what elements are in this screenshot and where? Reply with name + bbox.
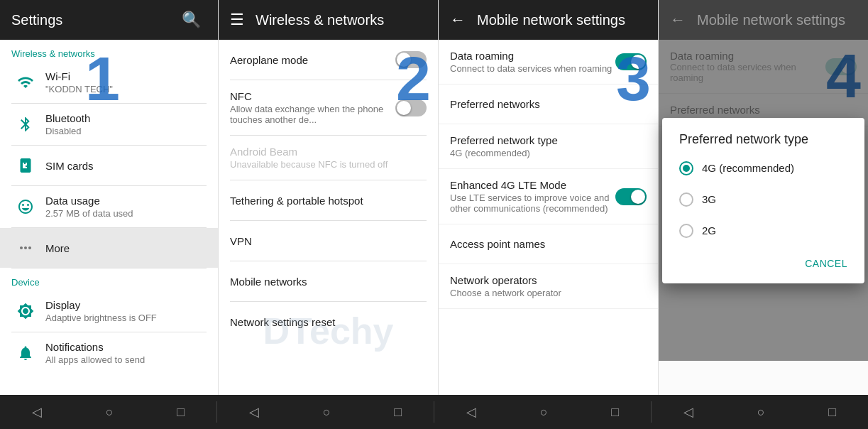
wifi-item[interactable]: Wi-Fi "KODDN TECH": [0, 62, 218, 103]
network-reset-title: Network settings reset: [230, 316, 427, 328]
notifications-text: Notifications All apps allowed to send: [45, 341, 207, 365]
aeroplane-toggle[interactable]: [395, 51, 427, 68]
tethering-item[interactable]: Tethering & portable hotspot: [219, 180, 438, 220]
mobile-network-topbar: ← Mobile network settings: [439, 0, 658, 40]
aeroplane-item[interactable]: Aeroplane mode: [219, 40, 438, 80]
recent-nav-btn-3[interactable]: □: [600, 399, 630, 425]
wifi-title: Wi-Fi: [45, 70, 207, 82]
preferred-networks-title: Preferred networks: [450, 98, 647, 110]
dialog-actions: CANCEL: [662, 246, 864, 283]
bluetooth-title: Bluetooth: [45, 112, 207, 124]
preferred-network-type-text: Preferred network type 4G (recommended): [450, 134, 647, 158]
vpn-item[interactable]: VPN: [219, 221, 438, 261]
nfc-text: NFC Allow data exchange when the phone t…: [230, 90, 395, 125]
cancel-button[interactable]: CANCEL: [796, 252, 856, 275]
radio-4g[interactable]: [679, 161, 693, 175]
enhanced-lte-item[interactable]: Enhanced 4G LTE Mode Use LTE services to…: [439, 169, 658, 224]
back-nav-btn-2[interactable]: ◁: [238, 398, 270, 425]
notifications-icon: [11, 344, 40, 362]
more-text: More: [45, 242, 207, 254]
access-point-item[interactable]: Access point names: [439, 224, 658, 264]
wifi-icon: [11, 74, 40, 91]
dialog-option-3g-label: 3G: [702, 193, 716, 205]
network-operators-item[interactable]: Network operators Choose a network opera…: [439, 264, 658, 309]
wireless-topbar: ☰ Wireless & networks: [219, 0, 438, 40]
recent-nav-btn-4[interactable]: □: [817, 399, 847, 425]
nfc-toggle[interactable]: [395, 99, 427, 116]
data-usage-item[interactable]: Data usage 2.57 MB of data used: [0, 186, 218, 227]
dialog-option-3g[interactable]: 3G: [662, 184, 864, 215]
network-reset-item[interactable]: Network settings reset: [219, 302, 438, 342]
back-icon-p3[interactable]: ←: [450, 11, 466, 29]
android-beam-subtitle: Unavailable because NFC is turned off: [230, 159, 427, 170]
sim-text: SIM cards: [45, 160, 207, 172]
notifications-item[interactable]: Notifications All apps allowed to send: [0, 332, 218, 374]
sim-title: SIM cards: [45, 160, 207, 172]
tethering-title: Tethering & portable hotspot: [230, 195, 427, 207]
access-point-text: Access point names: [450, 238, 647, 250]
menu-icon[interactable]: ☰: [230, 11, 244, 29]
bluetooth-subtitle: Disabled: [45, 126, 207, 136]
dialog-option-4g[interactable]: 4G (recommended): [662, 153, 864, 184]
preferred-networks-item[interactable]: Preferred networks: [439, 85, 658, 124]
radio-3g[interactable]: [679, 192, 693, 207]
recent-nav-btn-2[interactable]: □: [383, 399, 413, 425]
mobile-networks-title: Mobile networks: [230, 276, 427, 288]
dialog-option-4g-label: 4G (recommended): [702, 162, 794, 174]
radio-2g[interactable]: [679, 224, 693, 238]
dialog-title: Preferred network type: [662, 118, 864, 153]
vpn-title: VPN: [230, 235, 427, 247]
home-nav-btn-3[interactable]: ○: [529, 399, 559, 425]
home-nav-btn-4[interactable]: ○: [746, 399, 776, 425]
back-icon-p4: ←: [670, 11, 686, 29]
display-item[interactable]: Display Adaptive brightness is OFF: [0, 290, 218, 332]
notifications-subtitle: All apps allowed to send: [45, 354, 207, 365]
enhanced-lte-title: Enhanced 4G LTE Mode: [450, 179, 615, 191]
data-roaming-toggle[interactable]: [615, 53, 647, 70]
mobile-networks-item[interactable]: Mobile networks: [219, 261, 438, 301]
data-roaming-text: Data roaming Connect to data services wh…: [450, 50, 615, 74]
nav-section-1: ◁ ○ □: [0, 398, 216, 425]
settings-title: Settings: [11, 12, 182, 28]
bluetooth-item[interactable]: Bluetooth Disabled: [0, 104, 218, 145]
recent-nav-btn-1[interactable]: □: [165, 399, 196, 425]
bluetooth-icon: [11, 116, 40, 133]
nav-section-4: ◁ ○ □: [652, 398, 868, 425]
android-beam-item: Android Beam Unavailable because NFC is …: [219, 136, 438, 180]
wireless-title: Wireless & networks: [256, 12, 427, 28]
home-nav-btn-1[interactable]: ○: [94, 399, 125, 425]
tethering-text: Tethering & portable hotspot: [230, 195, 427, 207]
back-nav-btn-3[interactable]: ◁: [455, 398, 488, 425]
vpn-text: VPN: [230, 235, 427, 247]
data-usage-icon: [11, 198, 40, 215]
back-nav-btn-4[interactable]: ◁: [672, 398, 705, 425]
preferred-network-type-title: Preferred network type: [450, 134, 647, 146]
dialog-overlay: Preferred network type 4G (recommended) …: [659, 40, 868, 361]
radio-4g-inner: [683, 165, 690, 172]
home-nav-btn-2[interactable]: ○: [312, 399, 342, 425]
preferred-network-type-item[interactable]: Preferred network type 4G (recommended): [439, 124, 658, 169]
data-roaming-item[interactable]: Data roaming Connect to data services wh…: [439, 40, 658, 85]
enhanced-lte-subtitle: Use LTE services to improve voice and ot…: [450, 192, 615, 214]
sim-item[interactable]: SIM cards: [0, 146, 218, 185]
data-usage-text: Data usage 2.57 MB of data used: [45, 195, 207, 219]
wifi-text: Wi-Fi "KODDN TECH": [45, 70, 207, 94]
sim-icon: [11, 157, 40, 174]
preferred-network-type-dialog: Preferred network type 4G (recommended) …: [662, 118, 864, 283]
nfc-title: NFC: [230, 90, 395, 102]
nfc-item[interactable]: NFC Allow data exchange when the phone t…: [219, 80, 438, 135]
dialog-option-2g[interactable]: 2G: [662, 215, 864, 246]
data-usage-subtitle: 2.57 MB of data used: [45, 208, 207, 219]
network-operators-title: Network operators: [450, 274, 647, 286]
aeroplane-text: Aeroplane mode: [230, 54, 395, 66]
access-point-title: Access point names: [450, 238, 647, 250]
back-nav-btn-1[interactable]: ◁: [21, 398, 53, 425]
bottom-nav: ◁ ○ □ ◁ ○ □ ◁ ○ □ ◁ ○ □: [0, 395, 868, 429]
search-icon[interactable]: 🔍: [182, 11, 201, 29]
panel-settings: Settings 🔍 Wireless & networks Wi-Fi "KO…: [0, 0, 219, 395]
aeroplane-title: Aeroplane mode: [230, 54, 395, 66]
panel4-content-area: Data roaming Connect to data services wh…: [659, 40, 868, 395]
more-item[interactable]: More: [0, 228, 218, 268]
device-section-header: Device: [0, 268, 218, 290]
enhanced-lte-toggle[interactable]: [615, 188, 647, 205]
